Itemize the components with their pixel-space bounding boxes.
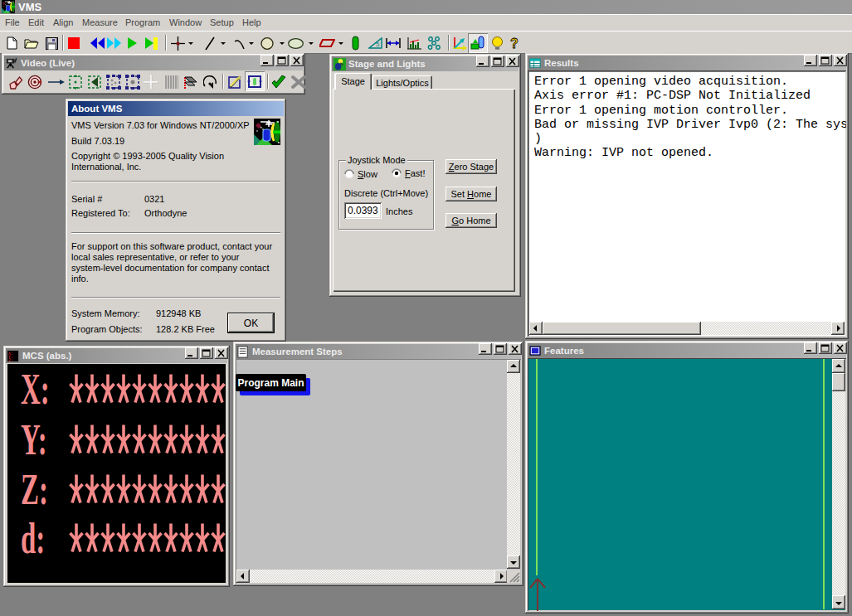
svg-text:Z:: Z: (8, 358, 13, 362)
svg-text:?: ? (510, 36, 519, 51)
svg-text:5: 5 (376, 41, 380, 48)
